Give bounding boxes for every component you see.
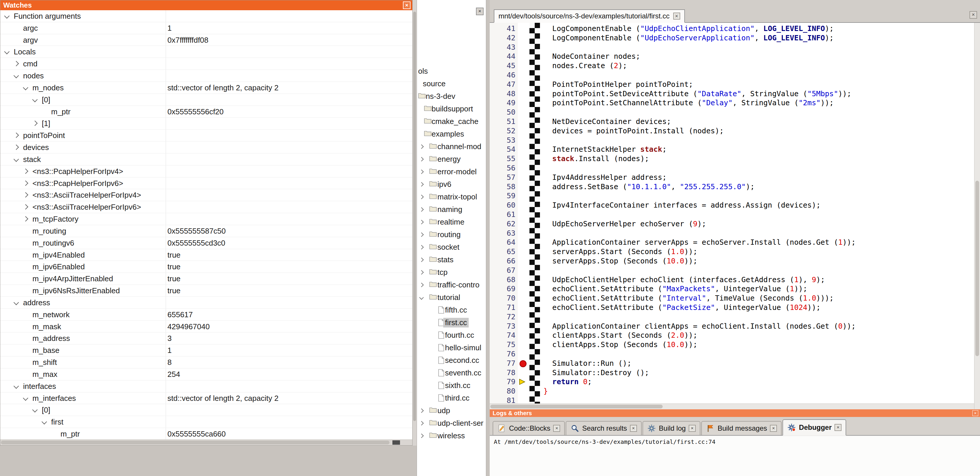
- expander-icon[interactable]: [23, 180, 28, 186]
- expander-icon[interactable]: [419, 232, 424, 237]
- watch-row-m-max[interactable]: m_max254: [0, 368, 412, 380]
- line-number[interactable]: 61: [490, 210, 515, 219]
- expander-icon[interactable]: [32, 121, 37, 126]
- expander-icon[interactable]: [32, 407, 37, 412]
- watch-row-m-ipv4enabled[interactable]: m_ipv4Enabledtrue: [0, 249, 412, 261]
- code-editor[interactable]: 41 LogComponentEnable ("UdpEchoClientApp…: [490, 23, 980, 404]
- line-number[interactable]: 43: [490, 43, 515, 52]
- line-number[interactable]: 42: [490, 34, 515, 43]
- line-number[interactable]: 64: [490, 238, 515, 247]
- logs-tab-search-results[interactable]: Search results×: [566, 421, 641, 435]
- panel-close-button[interactable]: ×: [476, 8, 484, 15]
- watch-row-cmd[interactable]: cmd: [0, 58, 412, 70]
- tree-item-ols[interactable]: ols: [417, 65, 486, 77]
- tree-item-second-cc[interactable]: second.cc: [417, 354, 486, 367]
- expander-icon[interactable]: [13, 300, 19, 305]
- expander-icon[interactable]: [4, 13, 10, 18]
- watch-row-argc[interactable]: argc1: [0, 22, 412, 34]
- watch-row-m-ipv4arpjitterenabled[interactable]: m_ipv4ArpJitterEnabledtrue: [0, 273, 412, 285]
- line-number[interactable]: 79: [490, 377, 515, 387]
- expander-icon[interactable]: [13, 383, 19, 388]
- scrollbar-thumb[interactable]: [975, 181, 979, 356]
- logs-tab-debugger[interactable]: Debugger×: [783, 419, 846, 436]
- watch-row-locals[interactable]: Locals: [0, 46, 412, 58]
- line-number[interactable]: 74: [490, 331, 515, 340]
- tree-item-ns-3-dev[interactable]: ns-3-dev: [417, 90, 486, 103]
- line-number[interactable]: 46: [490, 70, 515, 80]
- expander-icon[interactable]: [419, 207, 424, 212]
- line-number[interactable]: 57: [490, 173, 515, 182]
- tree-item-wireless[interactable]: wireless: [417, 430, 486, 442]
- line-number[interactable]: 75: [490, 340, 515, 350]
- tree-item-channel-mod[interactable]: channel-mod: [417, 141, 486, 153]
- logs-tab-build-log[interactable]: Build log×: [643, 421, 700, 435]
- tree-item-third-cc[interactable]: third.cc: [417, 392, 486, 404]
- tab-close-button[interactable]: ×: [673, 13, 680, 19]
- expander-icon[interactable]: [23, 168, 28, 174]
- line-number[interactable]: 76: [490, 350, 515, 359]
- tree-item-hello-simul[interactable]: hello-simul: [417, 342, 486, 354]
- scrollbar-thumb[interactable]: [490, 405, 663, 409]
- watch-row-m-routing[interactable]: m_routing0x555555587c50: [0, 225, 412, 237]
- watches-vertical-scrollbar[interactable]: [412, 0, 417, 446]
- watch-row-m-tcpfactory[interactable]: m_tcpFactory: [0, 213, 412, 225]
- line-number[interactable]: 56: [490, 163, 515, 173]
- expander-icon[interactable]: [419, 283, 424, 288]
- tree-item-matrix-topol[interactable]: matrix-topol: [417, 191, 486, 203]
- logs-close-button[interactable]: ×: [972, 410, 978, 416]
- line-number[interactable]: 49: [490, 98, 515, 108]
- tree-item-udp-client-ser[interactable]: udp-client-ser: [417, 417, 486, 430]
- editor-vertical-scrollbar[interactable]: [974, 23, 980, 409]
- line-number[interactable]: 53: [490, 136, 515, 145]
- editor-horizontal-scrollbar[interactable]: [490, 404, 974, 409]
- line-number[interactable]: 44: [490, 52, 515, 61]
- tree-item-realtime[interactable]: realtime: [417, 216, 486, 228]
- watch-row-0[interactable]: [0]: [0, 94, 412, 106]
- line-number[interactable]: 59: [490, 191, 515, 201]
- line-number[interactable]: 81: [490, 396, 515, 404]
- watch-row-1[interactable]: [1]: [0, 118, 412, 129]
- expander-icon[interactable]: [419, 157, 424, 162]
- line-number[interactable]: 65: [490, 247, 515, 256]
- watch-row-first[interactable]: first: [0, 416, 412, 428]
- line-number[interactable]: 78: [490, 368, 515, 377]
- tree-item-examples[interactable]: examples: [417, 128, 486, 141]
- watch-row-stack[interactable]: stack: [0, 153, 412, 166]
- tree-item-fourth-cc[interactable]: fourth.cc: [417, 329, 486, 342]
- tree-item-cmake-cache[interactable]: cmake_cache: [417, 115, 486, 128]
- tree-item-error-model[interactable]: error-model: [417, 166, 486, 178]
- line-number[interactable]: 62: [490, 219, 515, 228]
- expander-icon[interactable]: [13, 157, 19, 162]
- watch-row-m-mask[interactable]: m_mask4294967040: [0, 321, 412, 333]
- tree-item-sixth-cc[interactable]: sixth.cc: [417, 379, 486, 392]
- expander-icon[interactable]: [419, 182, 424, 187]
- tab-close-button[interactable]: ×: [835, 424, 842, 431]
- line-number[interactable]: 68: [490, 275, 515, 284]
- line-number[interactable]: 58: [490, 182, 515, 192]
- line-number[interactable]: 63: [490, 228, 515, 238]
- expander-icon[interactable]: [4, 49, 10, 54]
- watch-row-argv[interactable]: argv0x7fffffffdf08: [0, 34, 412, 46]
- line-number[interactable]: 48: [490, 89, 515, 99]
- expander-icon[interactable]: [419, 257, 424, 262]
- line-number[interactable]: 67: [490, 266, 515, 275]
- tree-item-ipv6[interactable]: ipv6: [417, 178, 486, 191]
- watch-row-devices[interactable]: devices: [0, 142, 412, 153]
- expander-icon[interactable]: [419, 421, 424, 426]
- line-number[interactable]: 54: [490, 145, 515, 154]
- line-number[interactable]: 45: [490, 61, 515, 70]
- watch-row-m-interfaces[interactable]: m_interfacesstd::vector of length 2, cap…: [0, 392, 412, 404]
- watch-row-ns3-pcaphelperforipv4[interactable]: <ns3::PcapHelperForIpv4>: [0, 166, 412, 177]
- expander-icon[interactable]: [419, 270, 424, 275]
- tab-close-button[interactable]: ×: [630, 425, 637, 432]
- expander-icon[interactable]: [13, 133, 19, 138]
- line-number[interactable]: 52: [490, 126, 515, 136]
- line-number[interactable]: 50: [490, 108, 515, 117]
- tree-item-traffic-contro[interactable]: traffic-contro: [417, 279, 486, 291]
- tree-item-socket[interactable]: socket: [417, 241, 486, 254]
- tree-item-udp[interactable]: udp: [417, 404, 486, 417]
- tree-item-energy[interactable]: energy: [417, 153, 486, 166]
- tree-item-naming[interactable]: naming: [417, 203, 486, 216]
- expander-icon[interactable]: [419, 409, 424, 413]
- watch-row-m-base[interactable]: m_base1: [0, 344, 412, 356]
